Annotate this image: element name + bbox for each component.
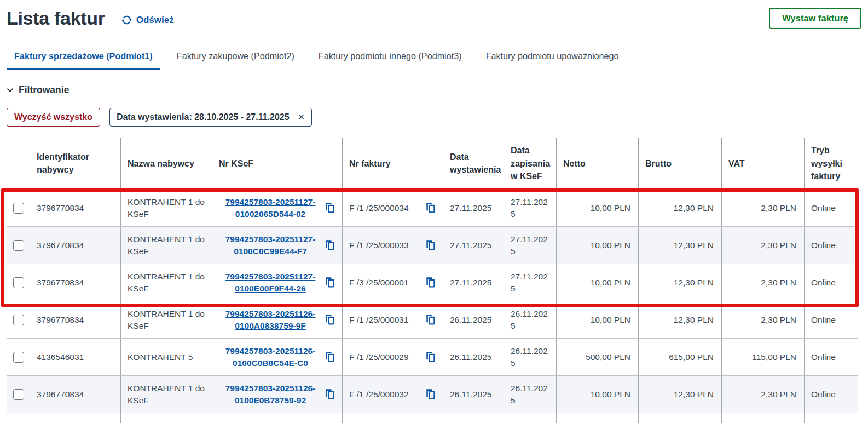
tab-faktury-sprzedazowe[interactable]: Faktury sprzedażowe (Podmiot1): [7, 48, 160, 70]
remove-filter-button[interactable]: ✕: [298, 113, 305, 122]
tab-faktury-zakupowe[interactable]: Faktury zakupowe (Podmiot2): [169, 48, 302, 70]
row-checkbox[interactable]: [13, 240, 24, 251]
buyer-name-cell: KONTRAHENT 1 do KSeF: [121, 301, 212, 339]
table-row: 3796770834KONTRAHENT 1 do KSeF7994257803…: [7, 376, 858, 413]
buyer-name-cell: KONTRAHENT 1 do KSeF: [121, 227, 212, 264]
title-group: Lista faktur Odśwież: [7, 8, 174, 29]
row-checkbox[interactable]: [13, 203, 24, 214]
issue-date-cell: 26.11.2025: [443, 376, 504, 413]
buyer-id-cell: 3796770834: [30, 227, 121, 264]
clear-all-filters-button[interactable]: Wyczyść wszystko: [7, 108, 100, 127]
issue-invoice-button[interactable]: Wystaw fakturę: [769, 8, 861, 29]
copy-ksef-number-button[interactable]: [324, 202, 335, 214]
ksef-number-link[interactable]: 7994257803-20251127-01002065D544-02: [219, 196, 322, 220]
ksef-number-cell: 7994257803-20251126-0100A0838759-9F: [212, 301, 343, 339]
vat-cell: 2,30 PLN: [722, 190, 805, 227]
select-cell: [7, 339, 30, 376]
invoice-number-text: F /1 /25/000032: [349, 388, 409, 401]
copy-icon: [324, 276, 335, 289]
copy-icon: [425, 276, 436, 289]
netto-cell: 10,00 PLN: [557, 264, 639, 301]
issue-date-cell: 27.11.2025: [443, 190, 504, 227]
netto-cell: 500,00 PLN: [557, 339, 639, 376]
copy-invoice-number-button[interactable]: [425, 388, 436, 401]
table-row: 3796770834KONTRAHENT 1 do KSeF7994257803…: [7, 227, 858, 264]
brutto-cell: 12,30 PLN: [639, 301, 722, 339]
table-row: 3796770834KONTRAHENT 1 do KSeF7994257803…: [7, 190, 858, 227]
table-row-partial: [7, 413, 858, 423]
buyer-name-cell: KONTRAHENT 5: [121, 339, 212, 376]
column-header-data-zapisania: Data zapisania w KSeF: [504, 138, 557, 190]
issue-date-cell: 26.11.2025: [443, 301, 504, 339]
filter-section-label: Filtrowanie: [19, 84, 69, 96]
ksef-number-cell: 7994257803-20251127-01002065D544-02: [212, 190, 343, 227]
send-mode-cell: Online: [805, 339, 858, 376]
buyer-id-cell: 4136546031: [30, 339, 121, 376]
refresh-button[interactable]: Odśwież: [121, 15, 174, 26]
table-row: 3796770834KONTRAHENT 1 do KSeF7994257803…: [7, 301, 858, 339]
select-cell: [7, 227, 30, 264]
invoice-number-cell: F /1 /25/000034: [343, 190, 443, 227]
filter-section-header[interactable]: Filtrowanie: [7, 84, 861, 96]
invoice-number-cell-content: F /1 /25/000029: [349, 351, 436, 363]
copy-icon: [425, 239, 436, 251]
invoice-number-cell: F /1 /25/000029: [343, 339, 443, 376]
copy-invoice-number-button[interactable]: [425, 351, 436, 363]
table-row: 4136546031KONTRAHENT 57994257803-2025112…: [7, 339, 858, 376]
copy-invoice-number-button[interactable]: [425, 202, 436, 214]
netto-cell: 10,00 PLN: [557, 376, 639, 413]
column-header-identyfikator-nabywcy: Identyfikator nabywcy: [30, 138, 121, 190]
copy-icon: [324, 351, 335, 363]
invoice-number-text: F /1 /25/000034: [349, 202, 409, 214]
ksef-number-cell: 7994257803-20251127-0100C0C99E44-F7: [212, 227, 343, 264]
ksef-number-cell: 7994257803-20251126-0100C0B8C54E-C0: [212, 339, 343, 376]
ksef-number-link[interactable]: 7994257803-20251127-0100E00F9F44-26: [219, 271, 322, 294]
brutto-cell: 12,30 PLN: [639, 227, 722, 264]
copy-ksef-number-button[interactable]: [324, 388, 335, 401]
copy-ksef-number-button[interactable]: [324, 239, 335, 251]
buyer-name-cell: KONTRAHENT 1 do KSeF: [121, 376, 212, 413]
page-title: Lista faktur: [7, 8, 105, 29]
row-checkbox[interactable]: [13, 315, 24, 325]
ksef-cell-content: 7994257803-20251126-0100C0B8C54E-C0: [219, 345, 335, 369]
column-header-tryb-wysylki: Tryb wysyłki faktury: [805, 138, 858, 190]
row-checkbox[interactable]: [13, 389, 24, 400]
send-mode-cell: Online: [805, 301, 858, 339]
invoice-number-cell-content: F /3 /25/000001: [349, 276, 436, 289]
copy-invoice-number-button[interactable]: [425, 239, 436, 251]
copy-invoice-number-button[interactable]: [425, 313, 436, 326]
row-checkbox[interactable]: [13, 277, 24, 288]
buyer-id-cell: 3796770834: [30, 264, 121, 301]
ksef-number-link[interactable]: 7994257803-20251126-0100C0B8C54E-C0: [219, 345, 322, 369]
ksef-number-link[interactable]: 7994257803-20251127-0100C0C99E44-F7: [219, 233, 322, 257]
netto-cell: 10,00 PLN: [557, 227, 639, 264]
ksef-cell-content: 7994257803-20251127-0100E00F9F44-26: [219, 271, 335, 294]
send-mode-cell: Online: [805, 227, 858, 264]
invoice-number-cell: F /1 /25/000033: [343, 227, 443, 264]
ksef-cell-content: 7994257803-20251126-0100A0838759-9F: [219, 308, 335, 331]
tab-faktury-podmiotu-innego[interactable]: Faktury podmiotu innego (Podmiot3): [311, 48, 470, 70]
filter-chip-data-wystawienia[interactable]: Data wystawienia: 28.10.2025 - 27.11.202…: [109, 108, 312, 127]
invoice-number-text: F /1 /25/000029: [349, 351, 409, 363]
row-checkbox[interactable]: [13, 352, 24, 363]
copy-ksef-number-button[interactable]: [324, 313, 335, 326]
issue-date-cell: 27.11.2025: [443, 264, 504, 301]
ksef-number-link[interactable]: 7994257803-20251126-0100A0838759-9F: [219, 308, 322, 331]
vat-cell: 2,30 PLN: [722, 301, 805, 339]
ksef-number-cell: 7994257803-20251127-0100E00F9F44-26: [212, 264, 343, 301]
send-mode-cell: Online: [805, 264, 858, 301]
vat-cell: 2,30 PLN: [722, 227, 805, 264]
ksef-number-link[interactable]: 7994257803-20251126-0100E0B78759-92: [219, 382, 322, 406]
column-header-vat: VAT: [722, 138, 805, 190]
invoice-number-cell-content: F /1 /25/000032: [349, 388, 436, 401]
copy-ksef-number-button[interactable]: [324, 276, 335, 289]
copy-ksef-number-button[interactable]: [324, 351, 335, 363]
buyer-id-cell: 3796770834: [30, 301, 121, 339]
copy-invoice-number-button[interactable]: [425, 276, 436, 289]
column-header-nazwa-nabywcy: Nazwa nabywcy: [121, 138, 212, 190]
netto-cell: 10,00 PLN: [557, 301, 639, 339]
buyer-name-cell: KONTRAHENT 1 do KSeF: [121, 264, 212, 301]
tab-faktury-podmiotu-upowaznionego[interactable]: Faktury podmiotu upoważnionego: [478, 48, 627, 70]
copy-icon: [324, 202, 335, 214]
send-mode-cell: Online: [805, 376, 858, 413]
